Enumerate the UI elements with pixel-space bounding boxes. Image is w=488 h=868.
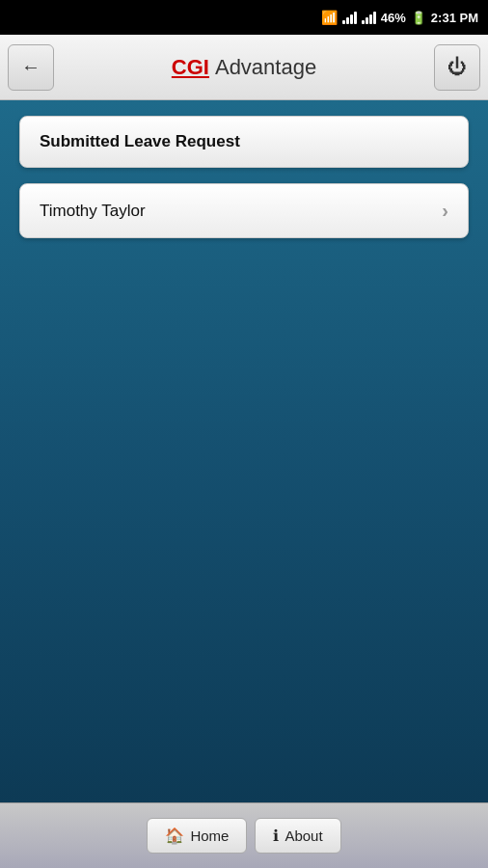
status-bar: 📶 46% 🔋 2:31 PM xyxy=(0,0,488,35)
list-item-label: Timothy Taylor xyxy=(40,202,146,221)
bottom-nav: 🏠 Home ℹ About xyxy=(0,802,488,868)
battery-icon: 🔋 xyxy=(411,11,426,25)
signal-bars-2-icon xyxy=(362,11,376,24)
home-icon: 🏠 xyxy=(165,827,184,845)
status-icons: 📶 46% 🔋 2:31 PM xyxy=(321,10,478,25)
section-header-text: Submitted Leave Request xyxy=(40,132,240,150)
app-title-advantage: Advantage xyxy=(215,55,316,80)
info-icon: ℹ xyxy=(273,827,279,845)
home-label: Home xyxy=(190,827,229,844)
home-button[interactable]: 🏠 Home xyxy=(147,818,247,854)
section-header-card: Submitted Leave Request xyxy=(19,116,469,168)
clock: 2:31 PM xyxy=(431,11,478,25)
list-item-timothy-taylor[interactable]: Timothy Taylor › xyxy=(19,183,469,238)
app-header: ← CGI Advantage ⏻ xyxy=(0,35,488,100)
app-title: CGI Advantage xyxy=(172,55,316,80)
power-button[interactable]: ⏻ xyxy=(434,44,480,91)
signal-bars-icon xyxy=(342,11,357,24)
app-title-cgi: CGI xyxy=(172,55,209,80)
back-button[interactable]: ← xyxy=(8,44,54,91)
chevron-right-icon: › xyxy=(442,200,448,222)
about-button[interactable]: ℹ About xyxy=(255,818,340,854)
battery-percentage: 46% xyxy=(381,11,406,25)
about-label: About xyxy=(285,827,322,844)
main-content: Submitted Leave Request Timothy Taylor › xyxy=(0,100,488,802)
wifi-icon: 📶 xyxy=(321,10,338,25)
